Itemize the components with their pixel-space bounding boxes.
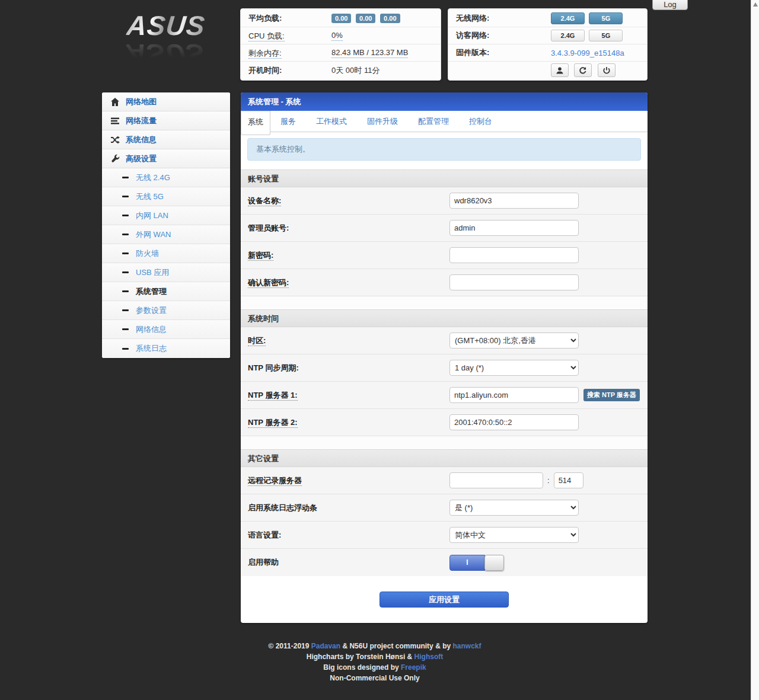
section-gap (241, 296, 648, 309)
confirm-password-label[interactable]: 确认新密码: (248, 278, 289, 288)
memory-row: 剩余内存: 82.43 MB / 123.37 MB (241, 44, 441, 62)
wifi-label: 无线网络: (456, 13, 551, 24)
tab-system[interactable]: 系统 (241, 111, 270, 135)
sidebar-subitem-label: 系统日志 (136, 343, 167, 354)
timezone-label[interactable]: 时区: (248, 336, 266, 346)
tab-firmware-upgrade[interactable]: 固件升级 (357, 111, 408, 132)
language-row: 语言设置: 简体中文 (241, 522, 648, 549)
sidebar-subitem-usb-apps[interactable]: USB 应用 (102, 263, 230, 282)
memory-link[interactable]: 剩余内存: (248, 49, 282, 59)
highcharts-text: Highcharts by Torstein Hønsi & (307, 653, 414, 661)
guest-5g-button[interactable]: 5G (589, 30, 623, 41)
syslog-float-select[interactable]: 是 (*) (449, 500, 579, 516)
section-header-account: 账号设置 (241, 170, 648, 187)
sidebar-subitem-firewall[interactable]: 防火墙 (102, 244, 230, 263)
sidebar-subitem-lan[interactable]: 内网 LAN (102, 206, 230, 225)
freepik-link[interactable]: Freepik (401, 663, 426, 672)
remote-log-port-input[interactable] (554, 472, 583, 488)
firmware-row: 固件版本: 3.4.3.9-099_e15148a (448, 44, 647, 62)
sidebar-item-label: 网络地图 (126, 97, 157, 107)
section-header-time: 系统时间 (241, 309, 648, 327)
tab-bar: 系统 服务 工作模式 固件升级 配置管理 控制台 (241, 111, 648, 132)
page-title: 系统管理 - 系统 (241, 92, 648, 111)
sidebar-subitem-wireless-5g[interactable]: 无线 5G (102, 187, 230, 206)
sidebar-subitem-system-log[interactable]: 系统日志 (102, 339, 230, 358)
shutdown-button[interactable] (598, 63, 616, 77)
ntp-server2-input[interactable] (449, 414, 579, 430)
new-password-input[interactable] (449, 247, 579, 263)
cpu-load-link[interactable]: CPU 负载: (248, 31, 285, 41)
scrollbar-up-arrow-icon[interactable] (753, 2, 758, 7)
device-name-input[interactable] (449, 193, 579, 209)
syslog-float-label: 启用系统日志浮动条 (248, 503, 317, 512)
admin-account-input[interactable] (449, 220, 579, 236)
sidebar-item-advanced-settings[interactable]: 高级设置 (102, 149, 230, 168)
firmware-version-link[interactable]: 3.4.3.9-099_e15148a (551, 49, 624, 57)
asus-logo-reflection: ASUS (126, 40, 207, 68)
toggle-knob[interactable] (484, 555, 504, 571)
hanwckf-link[interactable]: hanwckf (452, 642, 481, 650)
info-alert: 基本系统控制。 (247, 138, 641, 161)
sidebar-subitem-wan[interactable]: 外网 WAN (102, 225, 230, 244)
device-name-label[interactable]: 设备名称: (248, 196, 281, 206)
sidebar-subitem-parameters[interactable]: 参数设置 (102, 301, 230, 320)
sidebar-item-label: 高级设置 (126, 154, 157, 164)
dash-icon (122, 196, 129, 197)
firmware-label: 固件版本: (456, 47, 551, 58)
uptime-value: 0天 00时 11分 (331, 65, 380, 76)
sidebar-subitem-system-admin[interactable]: 系统管理 (102, 282, 230, 301)
remote-log-label[interactable]: 远程记录服务器 (248, 476, 302, 486)
wifi-row: 无线网络: 2.4G 5G (448, 10, 647, 27)
uptime-row: 开机时间: 0天 00时 11分 (241, 62, 441, 79)
ntp-server1-input[interactable] (449, 387, 579, 403)
wifi-5g-button[interactable]: 5G (589, 12, 623, 24)
tab-console[interactable]: 控制台 (459, 111, 502, 132)
load-average-badges: 0.00 0.00 0.00 (331, 14, 403, 23)
scrollbar[interactable] (751, 0, 759, 700)
load-average-row: 平均负载: 0.00 0.00 0.00 (241, 10, 441, 27)
sidebar-item-network-traffic[interactable]: 网络流量 (102, 111, 230, 130)
sidebar-item-system-info[interactable]: 系统信息 (102, 130, 230, 149)
ntp-period-select[interactable]: 1 day (*) (449, 360, 579, 376)
reboot-button[interactable] (574, 63, 592, 77)
tab-config-management[interactable]: 配置管理 (408, 111, 459, 132)
highsoft-link[interactable]: Highsoft (414, 653, 444, 661)
sidebar-subitem-wireless-24g[interactable]: 无线 2.4G (102, 168, 230, 187)
icons-text: Big icons designed by (323, 663, 401, 672)
tab-services[interactable]: 服务 (270, 111, 306, 132)
new-password-label[interactable]: 新密码: (248, 251, 273, 261)
help-toggle[interactable]: I (449, 555, 504, 571)
remote-log-server-input[interactable] (449, 472, 543, 488)
device-name-row: 设备名称: (241, 187, 648, 215)
guest-24g-button[interactable]: 2.4G (551, 30, 585, 41)
enable-help-row: 启用帮助 I (241, 549, 648, 576)
ntp-server1-label[interactable]: NTP 服务器 1: (248, 391, 298, 401)
tab-operation-mode[interactable]: 工作模式 (306, 111, 357, 132)
new-password-row: 新密码: (241, 242, 648, 269)
language-select[interactable]: 简体中文 (449, 527, 579, 543)
section-header-other: 其它设置 (241, 449, 648, 467)
enable-help-label: 启用帮助 (248, 558, 279, 567)
log-button[interactable]: Log (652, 0, 688, 10)
remote-log-row: 远程记录服务器 : (241, 467, 648, 494)
timezone-select[interactable]: (GMT+08:00) 北京,香港 (449, 333, 579, 349)
sidebar-subitem-label: 参数设置 (136, 305, 167, 316)
ntp-server2-label[interactable]: NTP 服务器 2: (248, 418, 298, 428)
cpu-load-value[interactable]: 0% (331, 31, 343, 41)
uptime-label: 开机时间: (248, 65, 331, 76)
sidebar-subitem-label: 网络信息 (136, 324, 167, 335)
ntp-period-row: NTP 同步周期: 1 day (*) (241, 354, 648, 382)
admin-account-label: 管理员账号: (248, 223, 289, 232)
load-badge-1m: 0.00 (331, 14, 351, 23)
sidebar-subitem-network-info[interactable]: 网络信息 (102, 320, 230, 339)
user-account-button[interactable] (551, 63, 569, 77)
ntp-period-label: NTP 同步周期: (248, 363, 299, 372)
padavan-link[interactable]: Padavan (311, 642, 340, 650)
sidebar-item-network-map[interactable]: 网络地图 (102, 92, 230, 111)
search-ntp-button[interactable]: 搜索 NTP 服务器 (583, 389, 640, 401)
dash-icon (122, 234, 129, 235)
confirm-password-input[interactable] (449, 274, 579, 290)
apply-settings-button[interactable]: 应用设置 (380, 592, 509, 608)
wifi-24g-button[interactable]: 2.4G (551, 12, 585, 24)
memory-value[interactable]: 82.43 MB / 123.37 MB (331, 48, 408, 58)
